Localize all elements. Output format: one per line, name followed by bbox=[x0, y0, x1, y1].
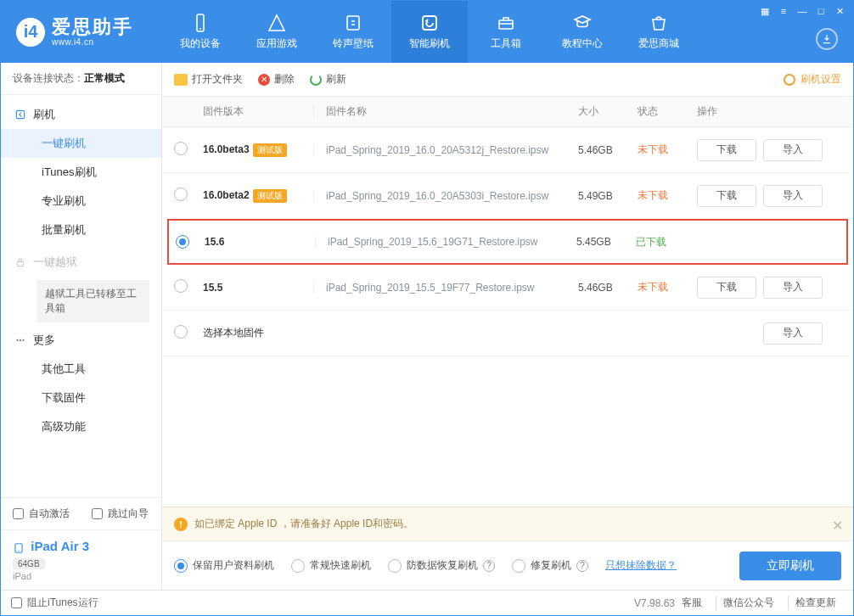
window-controls: ▦ ≡ — □ ✕ bbox=[756, 4, 848, 18]
firmware-row[interactable]: 16.0beta2测试版iPad_Spring_2019_16.0_20A530… bbox=[162, 173, 853, 219]
fw-filename: iPad_Spring_2019_16.0_20A5303i_Restore.i… bbox=[313, 190, 578, 202]
opt-antirecovery[interactable]: 防数据恢复刷机? bbox=[388, 558, 495, 573]
sidebar: 设备连接状态：正常模式 刷机 一键刷机 iTunes刷机 专业刷机 批量刷机 一… bbox=[1, 63, 162, 590]
delete-button[interactable]: ✕ 删除 bbox=[258, 72, 295, 87]
flash-now-button[interactable]: 立即刷机 bbox=[739, 552, 841, 580]
svg-rect-3 bbox=[423, 16, 436, 30]
row-radio[interactable] bbox=[174, 279, 188, 293]
fw-status: 已下载 bbox=[636, 235, 695, 249]
lock-icon bbox=[14, 256, 26, 268]
main-panel: 打开文件夹 ✕ 删除 刷新 刷机设置 固件版本 固件名称 大小 状态 bbox=[162, 63, 853, 590]
row-radio[interactable] bbox=[174, 188, 188, 201]
row-radio[interactable] bbox=[174, 325, 188, 339]
refresh-button[interactable]: 刷新 bbox=[310, 72, 346, 87]
download-icon bbox=[821, 33, 833, 45]
tab-tutorials[interactable]: 教程中心 bbox=[544, 1, 621, 63]
list-icon[interactable]: ≡ bbox=[775, 4, 792, 18]
apps-icon bbox=[267, 13, 287, 33]
fw-filename: iPad_Spring_2019_16.0_20A5312j_Restore.i… bbox=[313, 144, 578, 156]
svg-rect-2 bbox=[347, 16, 359, 30]
delete-icon: ✕ bbox=[258, 74, 270, 86]
tab-flash[interactable]: 智能刷机 bbox=[391, 1, 468, 63]
sidebar-item-downloadfw[interactable]: 下载固件 bbox=[1, 384, 161, 412]
footer-wechat[interactable]: 微信公众号 bbox=[716, 596, 781, 610]
download-button[interactable]: 下载 bbox=[697, 139, 756, 161]
sidebar-group-more[interactable]: 更多 bbox=[1, 326, 161, 355]
sidebar-group-flash[interactable]: 刷机 bbox=[1, 100, 161, 129]
col-status: 状态 bbox=[638, 104, 697, 119]
tab-apps[interactable]: 应用游戏 bbox=[239, 1, 315, 63]
fw-version: 16.0beta2测试版 bbox=[203, 189, 313, 203]
notice-close-button[interactable]: ✕ bbox=[832, 518, 843, 534]
version-label: V7.98.63 bbox=[634, 597, 675, 609]
svg-point-8 bbox=[20, 339, 21, 341]
footer-support[interactable]: 客服 bbox=[675, 596, 709, 610]
menu-icon[interactable]: ▦ bbox=[756, 4, 773, 18]
import-button[interactable]: 导入 bbox=[763, 277, 823, 299]
store-icon bbox=[649, 13, 669, 33]
fw-version: 16.0beta3测试版 bbox=[203, 143, 313, 157]
opt-repair[interactable]: 修复刷机? bbox=[512, 558, 588, 573]
table-header: 固件版本 固件名称 大小 状态 操作 bbox=[162, 97, 853, 127]
firmware-row[interactable]: 15.6iPad_Spring_2019_15.6_19G71_Restore.… bbox=[167, 219, 848, 265]
tab-toolbox[interactable]: 工具箱 bbox=[468, 1, 544, 63]
open-folder-button[interactable]: 打开文件夹 bbox=[174, 72, 243, 87]
erase-only-link[interactable]: 只想抹除数据？ bbox=[605, 558, 677, 573]
warning-icon: ! bbox=[174, 518, 188, 531]
skip-wizard-checkbox[interactable] bbox=[92, 508, 103, 519]
toolbox-icon bbox=[496, 13, 516, 33]
row-radio[interactable] bbox=[176, 235, 189, 249]
device-icon bbox=[190, 13, 211, 33]
col-version: 固件版本 bbox=[203, 104, 313, 119]
help-icon[interactable]: ? bbox=[483, 560, 495, 572]
fw-filename: iPad_Spring_2019_15.6_19G71_Restore.ipsw bbox=[315, 236, 576, 248]
row-radio[interactable] bbox=[174, 142, 188, 155]
fw-size: 5.49GB bbox=[578, 190, 638, 202]
tab-my-device[interactable]: 我的设备 bbox=[162, 1, 239, 63]
download-manager-button[interactable] bbox=[816, 28, 838, 50]
folder-icon bbox=[174, 74, 188, 86]
auto-activate-checkbox[interactable] bbox=[13, 508, 24, 519]
device-status: 设备连接状态：正常模式 bbox=[1, 63, 161, 95]
sidebar-item-batch[interactable]: 批量刷机 bbox=[1, 216, 161, 244]
sidebar-item-advanced[interactable]: 高级功能 bbox=[1, 412, 161, 441]
footer-update[interactable]: 检查更新 bbox=[788, 596, 843, 610]
import-button[interactable]: 导入 bbox=[763, 139, 823, 161]
ipad-icon bbox=[13, 541, 25, 555]
fw-filename: iPad_Spring_2019_15.5_19F77_Restore.ipsw bbox=[313, 282, 578, 294]
sidebar-item-pro[interactable]: 专业刷机 bbox=[1, 187, 161, 216]
close-button[interactable]: ✕ bbox=[831, 4, 848, 18]
local-firmware-row[interactable]: 选择本地固件导入 bbox=[162, 311, 853, 356]
tab-store[interactable]: 爱思商城 bbox=[621, 1, 697, 63]
sidebar-item-oneclick[interactable]: 一键刷机 bbox=[1, 129, 161, 158]
block-itunes-checkbox[interactable] bbox=[11, 597, 22, 608]
flash-settings-button[interactable]: 刷机设置 bbox=[784, 72, 841, 87]
app-header: i4 爱思助手 www.i4.cn 我的设备 应用游戏 铃声壁纸 智能刷机 工具… bbox=[1, 1, 853, 63]
minimize-button[interactable]: — bbox=[794, 4, 811, 18]
refresh-icon bbox=[310, 74, 322, 86]
firmware-row[interactable]: 16.0beta3测试版iPad_Spring_2019_16.0_20A531… bbox=[162, 127, 853, 173]
maximize-button[interactable]: □ bbox=[812, 4, 829, 18]
logo-area: i4 爱思助手 www.i4.cn bbox=[1, 1, 162, 63]
sidebar-item-itunes[interactable]: iTunes刷机 bbox=[1, 158, 161, 187]
more-icon bbox=[14, 334, 26, 346]
opt-normal[interactable]: 常规快速刷机 bbox=[291, 558, 371, 573]
opt-keep-data[interactable]: 保留用户资料刷机 bbox=[174, 558, 274, 573]
import-button[interactable]: 导入 bbox=[763, 185, 823, 207]
footer-links: 客服 微信公众号 检查更新 bbox=[675, 596, 843, 610]
connected-device[interactable]: iPad Air 3 64GB iPad bbox=[1, 530, 161, 590]
firmware-row[interactable]: 15.5iPad_Spring_2019_15.5_19F77_Restore.… bbox=[162, 265, 853, 311]
download-button[interactable]: 下载 bbox=[697, 185, 756, 207]
fw-size: 5.46GB bbox=[578, 144, 638, 156]
firmware-table: 16.0beta3测试版iPad_Spring_2019_16.0_20A531… bbox=[162, 127, 853, 507]
help-icon[interactable]: ? bbox=[576, 560, 588, 572]
download-button[interactable]: 下载 bbox=[697, 277, 756, 299]
toolbar: 打开文件夹 ✕ 删除 刷新 刷机设置 bbox=[162, 63, 853, 97]
flash-options: 保留用户资料刷机 常规快速刷机 防数据恢复刷机? 修复刷机? 只想抹除数据？ 立… bbox=[162, 540, 853, 590]
col-size: 大小 bbox=[578, 104, 638, 119]
sidebar-item-othertools[interactable]: 其他工具 bbox=[1, 355, 161, 384]
tab-ringtones[interactable]: 铃声壁纸 bbox=[315, 1, 391, 63]
col-name: 固件名称 bbox=[313, 104, 578, 119]
device-capacity: 64GB bbox=[13, 558, 45, 569]
import-button[interactable]: 导入 bbox=[763, 322, 823, 344]
